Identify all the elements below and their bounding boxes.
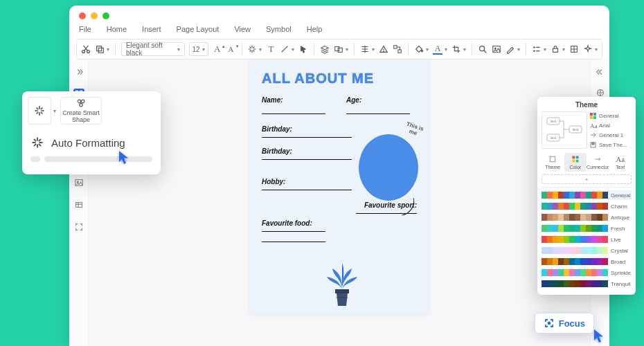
tab-color[interactable]: Color: [564, 153, 587, 172]
swatch-row[interactable]: Antique: [542, 212, 632, 222]
label-food: Favourite food:: [262, 219, 417, 227]
theme-tabs: Theme Color Connector AaText: [542, 153, 632, 172]
theme-li-general[interactable]: General: [590, 111, 632, 120]
svg-point-9: [421, 50, 423, 52]
decrease-font-icon[interactable]: A▾: [226, 44, 236, 54]
swatch-name: Charm: [611, 203, 632, 210]
font-select[interactable]: Elegant soft black▾: [121, 42, 185, 56]
svg-rect-4: [335, 47, 339, 51]
menu-view[interactable]: View: [234, 25, 251, 33]
page-title: ALL ABOUT ME: [262, 71, 417, 86]
svg-rect-46: [576, 156, 579, 159]
zoom-dot[interactable]: [102, 12, 109, 19]
minimize-dot[interactable]: [91, 12, 98, 19]
crop-icon[interactable]: [451, 44, 461, 54]
pointer-tool-icon[interactable]: [298, 44, 308, 54]
align-icon[interactable]: [360, 44, 370, 54]
text-tool-icon[interactable]: T: [266, 44, 276, 54]
svg-text:text: text: [573, 127, 579, 131]
rail-expand-icon[interactable]: [73, 221, 84, 233]
window-controls: [69, 6, 609, 22]
auto-formatting-label: Auto Formatting: [51, 137, 125, 149]
rail-data-icon[interactable]: [73, 199, 84, 210]
menu-home[interactable]: Home: [107, 25, 127, 33]
swatch-list[interactable]: GeneralCharmAntiqueFreshLiveCrystalBroad…: [542, 187, 632, 291]
swatch-row[interactable]: Fresh: [542, 224, 632, 233]
menu-insert[interactable]: Insert: [142, 25, 161, 33]
focus-label: Focus: [559, 318, 585, 329]
swatch-row[interactable]: Sprinkle: [542, 268, 632, 277]
svg-point-30: [81, 100, 84, 102]
copy-icon[interactable]: [95, 44, 105, 54]
swatch-name: Sprinkle: [611, 270, 632, 276]
focus-button[interactable]: Focus: [535, 313, 594, 334]
group-icon[interactable]: [334, 44, 343, 54]
svg-text:text: text: [551, 136, 557, 140]
swatch-row[interactable]: Broad: [542, 257, 632, 266]
svg-rect-3: [98, 48, 103, 53]
swatch-name: Crystal: [611, 248, 632, 254]
increase-font-icon[interactable]: A▴: [213, 44, 222, 54]
layers-icon[interactable]: [320, 44, 330, 54]
spark-icon[interactable]: [247, 44, 257, 54]
font-color-icon[interactable]: A: [433, 44, 442, 55]
group2-icon[interactable]: [393, 44, 402, 54]
svg-rect-44: [551, 156, 556, 162]
search-icon[interactable]: [478, 44, 488, 54]
svg-rect-40: [590, 116, 593, 119]
line-tool-icon[interactable]: [280, 44, 289, 54]
auto-formatting-slider[interactable]: [28, 156, 155, 162]
rail-image-icon[interactable]: [73, 177, 84, 188]
tab-theme[interactable]: Theme: [542, 153, 564, 172]
svg-rect-38: [590, 113, 593, 116]
font-name: Elegant soft black: [126, 42, 179, 57]
label-age: Age:: [346, 96, 417, 104]
warning-icon[interactable]: [379, 44, 388, 54]
svg-rect-7: [394, 46, 397, 48]
spark-button[interactable]: [28, 97, 51, 125]
add-theme-button[interactable]: +: [542, 174, 632, 184]
pen-icon[interactable]: [506, 44, 515, 54]
swatch-name: Antique: [611, 215, 632, 221]
theme-panel-title: Theme: [542, 101, 632, 109]
theme-li-save[interactable]: Save The...: [590, 140, 632, 149]
swatch-row[interactable]: Opulent: [542, 290, 632, 291]
app-window: File Home Insert Page Layout View Symbol…: [69, 6, 609, 346]
svg-rect-47: [572, 160, 575, 163]
menu-help[interactable]: Help: [307, 25, 323, 33]
svg-rect-43: [592, 143, 594, 145]
swatch-row[interactable]: Crystal: [542, 246, 632, 255]
swatch-row[interactable]: General: [542, 190, 632, 200]
label-name: Name:: [262, 96, 332, 104]
rail-collapse-icon[interactable]: [73, 66, 84, 78]
image-icon[interactable]: [492, 44, 501, 54]
swatch-row[interactable]: Live: [542, 235, 632, 244]
menu-symbol[interactable]: Symbol: [266, 25, 292, 33]
svg-point-14: [534, 51, 535, 52]
grid-icon[interactable]: [569, 44, 579, 54]
bullets-icon[interactable]: [532, 44, 542, 54]
create-smart-shape-button[interactable]: Create Smart Shape: [60, 97, 102, 125]
theme-li-general1[interactable]: General 1: [590, 131, 632, 139]
menu-file[interactable]: File: [79, 25, 91, 33]
size-select[interactable]: 12▾: [189, 42, 208, 56]
swatch-row[interactable]: Tranquil: [542, 279, 632, 289]
cut-icon[interactable]: [81, 44, 91, 54]
lock-icon[interactable]: [551, 44, 560, 54]
menu-page-layout[interactable]: Page Layout: [177, 25, 220, 33]
rrail-collapse-icon[interactable]: [595, 66, 606, 78]
fill-icon[interactable]: [414, 44, 424, 54]
label-sport: Favourite sport:: [262, 201, 417, 209]
theme-list: General AaArial General 1 Save The...: [590, 111, 632, 149]
svg-rect-45: [572, 156, 575, 159]
sparkle-icon[interactable]: [583, 44, 593, 54]
canvas[interactable]: ALL ABOUT ME Name: Age: Birthday: Birthd…: [89, 60, 590, 346]
tab-connector[interactable]: Connector: [587, 153, 609, 172]
close-dot[interactable]: [79, 12, 86, 19]
svg-rect-15: [553, 48, 558, 52]
auto-formatting-item[interactable]: Auto Formatting: [28, 133, 155, 149]
theme-li-arial[interactable]: AaArial: [590, 121, 632, 129]
swatch-row[interactable]: Charm: [542, 201, 632, 211]
tab-text[interactable]: AaText: [609, 153, 632, 172]
svg-rect-25: [335, 289, 349, 293]
